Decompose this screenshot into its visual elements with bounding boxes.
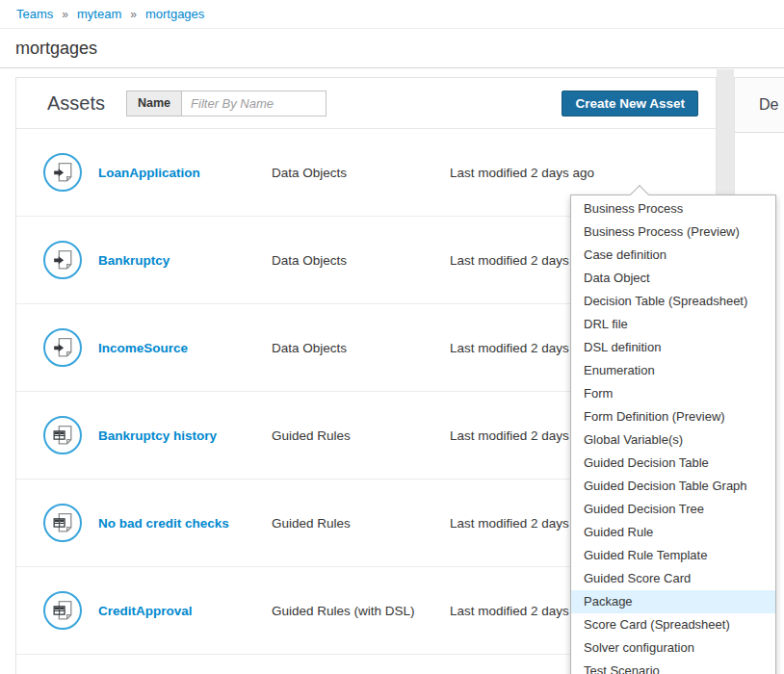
guided-rules-icon [43,504,82,542]
menu-item-enumeration[interactable]: Enumeration [571,359,775,382]
menu-item-package[interactable]: Package [571,590,775,613]
menu-item-business-process-preview[interactable]: Business Process (Preview) [571,220,775,244]
guided-rules-icon [43,591,82,630]
menu-item-case-definition[interactable]: Case definition [571,244,775,267]
asset-name-link[interactable]: Bankruptcy history [98,428,217,443]
asset-type: Guided Rules [272,428,351,443]
content-area: Assets Name Create New Asset LoanApplica… [0,69,784,674]
page-title-bar: mortgages [0,29,784,68]
filter-addon-label: Name [126,91,182,117]
menu-item-decision-table-spreadsheet[interactable]: Decision Table (Spreadsheet) [571,290,775,313]
menu-item-guided-decision-table[interactable]: Guided Decision Table [571,452,775,475]
workbench-page: Teams » myteam » mortgages mortgages Ass… [0,0,784,674]
page-title: mortgages [15,39,97,59]
menu-item-global-variable-s[interactable]: Global Variable(s) [571,428,775,452]
create-new-asset-menu: Business ProcessBusiness Process (Previe… [570,194,776,674]
guided-rules-icon [43,416,82,454]
asset-name-link[interactable]: No bad credit checks [98,516,229,531]
menu-item-form-definition-preview[interactable]: Form Definition (Preview) [571,405,775,428]
menu-item-guided-decision-table-graph[interactable]: Guided Decision Table Graph [571,475,775,498]
breadcrumb: Teams » myteam » mortgages [0,0,784,29]
asset-last-modified: Last modified 2 days ago [450,166,594,180]
menu-item-drl-file[interactable]: DRL file [571,313,775,336]
filter-group: Name [126,91,327,117]
details-panel-title: De [759,96,778,114]
asset-name-link[interactable]: Bankruptcy [98,253,170,268]
data-object-icon [43,328,82,367]
menu-item-guided-rule-template[interactable]: Guided Rule Template [571,544,775,567]
data-object-icon [43,153,82,192]
asset-type: Data Objects [272,341,347,355]
filter-by-name-input[interactable] [182,91,327,117]
asset-type: Guided Rules [272,516,351,531]
assets-panel-title: Assets [47,92,105,115]
asset-name-link[interactable]: CreditApproval [98,604,193,618]
menu-item-business-process[interactable]: Business Process [571,197,775,220]
asset-name-link[interactable]: LoanApplication [98,166,200,180]
menu-item-guided-score-card[interactable]: Guided Score Card [571,567,775,590]
create-new-asset-button[interactable]: Create New Asset [562,91,698,117]
breadcrumb-link-teams[interactable]: Teams [16,7,53,21]
menu-item-solver-configuration[interactable]: Solver configuration [571,636,775,660]
breadcrumb-separator: » [62,8,68,21]
menu-item-form[interactable]: Form [571,382,775,405]
menu-item-dsl-definition[interactable]: DSL definition [571,336,775,359]
menu-item-guided-decision-tree[interactable]: Guided Decision Tree [571,498,775,521]
menu-item-data-object[interactable]: Data Object [571,267,775,290]
details-panel-header: De [735,78,784,133]
asset-type: Data Objects [272,253,347,268]
menu-item-score-card-spreadsheet[interactable]: Score Card (Spreadsheet) [571,613,775,636]
breadcrumb-link-myteam[interactable]: myteam [77,7,121,21]
menu-item-guided-rule[interactable]: Guided Rule [571,521,775,544]
breadcrumb-separator: » [130,8,137,21]
asset-type: Guided Rules (with DSL) [272,604,415,618]
asset-name-link[interactable]: IncomeSource [98,341,188,355]
asset-type: Data Objects [272,166,347,180]
assets-panel-header: Assets Name Create New Asset [16,78,716,129]
data-object-icon [43,241,82,279]
breadcrumb-link-mortgages[interactable]: mortgages [145,7,204,21]
menu-item-test-scenario[interactable]: Test Scenario [571,660,775,674]
